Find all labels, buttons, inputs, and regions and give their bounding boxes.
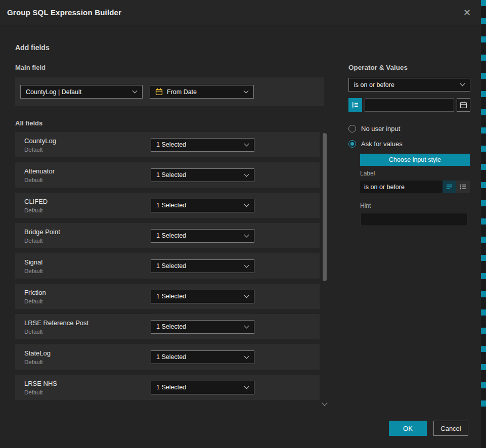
field-selected-dropdown[interactable]: 1 Selected [151, 290, 254, 303]
close-icon: ✕ [463, 8, 471, 18]
field-sublabel: Default [24, 389, 151, 395]
field-sublabel: Default [24, 207, 151, 213]
main-layer-dropdown-value: CountyLog | Default [26, 88, 129, 96]
close-button[interactable]: ✕ [460, 6, 474, 19]
operator-dropdown-value: is on or before [354, 81, 457, 88]
dialog-titlebar: Group SQL Expression Builder ✕ [0, 0, 486, 25]
chevron-down-icon [244, 262, 249, 267]
field-row-bridge-point: Bridge Point Default 1 Selected [15, 223, 320, 248]
cancel-button[interactable]: Cancel [433, 421, 468, 436]
align-lines-icon [446, 183, 453, 191]
window-scrollbar[interactable] [481, 0, 486, 448]
single-line-style-button[interactable] [443, 181, 456, 193]
label-row [360, 181, 470, 193]
vertical-divider [334, 59, 334, 404]
field-selected-dropdown[interactable]: 1 Selected [151, 229, 254, 243]
field-sublabel: Default [24, 329, 151, 335]
operator-values-heading: Operator & Values [348, 64, 470, 71]
radio-unchecked-icon [348, 125, 356, 132]
dialog-body: Add fields Main field CountyLog | Defaul… [0, 43, 486, 405]
field-selected-value: 1 Selected [156, 232, 241, 239]
chevron-down-icon [244, 88, 249, 94]
main-layer-dropdown[interactable]: CountyLog | Default [20, 85, 143, 99]
value-input[interactable] [365, 98, 454, 112]
group-sql-expression-builder-dialog: Group SQL Expression Builder ✕ Add field… [0, 0, 486, 405]
chevron-down-icon [460, 81, 465, 86]
chevron-down-icon [244, 141, 249, 146]
chevron-down-icon [244, 384, 249, 389]
hint-caption: Hint [360, 202, 470, 209]
field-name: Friction [24, 289, 151, 296]
field-row-friction: Friction Default 1 Selected [15, 284, 320, 309]
chevron-down-icon [244, 293, 249, 298]
field-selected-value: 1 Selected [156, 141, 241, 148]
field-selected-dropdown[interactable]: 1 Selected [151, 259, 254, 273]
field-name: StateLog [24, 349, 151, 357]
field-name: CLIFED [24, 198, 151, 205]
main-date-field-dropdown-value: From Date [167, 88, 240, 96]
field-selected-dropdown[interactable]: 1 Selected [151, 350, 254, 364]
field-sublabel: Default [24, 177, 151, 183]
date-picker-button[interactable] [457, 98, 470, 112]
label-caption: Label [360, 170, 470, 177]
field-selected-value: 1 Selected [156, 293, 241, 300]
radio-no-user-input[interactable]: No user input [348, 125, 470, 132]
operator-dropdown[interactable]: is on or before [348, 78, 470, 92]
field-row-clifed: CLIFED Default 1 Selected [15, 193, 320, 218]
columns: Main field CountyLog | Default Fro [15, 52, 486, 405]
field-sublabel: Default [24, 147, 151, 153]
chevron-down-icon [244, 202, 249, 207]
field-selected-dropdown[interactable]: 1 Selected [151, 320, 254, 334]
field-name: Signal [24, 258, 151, 266]
scroll-down-icon[interactable] [322, 400, 327, 406]
main-field-panel: CountyLog | Default From Date [15, 77, 324, 106]
fields-column: Main field CountyLog | Default Fro [15, 52, 324, 405]
radio-ask-for-values-label: Ask for values [361, 140, 403, 148]
field-selected-value: 1 Selected [156, 262, 241, 270]
ok-button[interactable]: OK [389, 421, 427, 436]
scrollbar-thumb[interactable] [323, 133, 327, 281]
chevron-down-icon [244, 323, 249, 328]
field-sublabel: Default [24, 359, 151, 365]
all-fields-label: All fields [15, 119, 324, 127]
list-scrollbar[interactable] [322, 133, 328, 406]
operator-values-panel: Operator & Values is on or before [348, 52, 470, 226]
field-row-attenuator: Attenuator Default 1 Selected [15, 162, 320, 188]
values-list-icon [351, 101, 359, 109]
radio-ask-for-values[interactable]: Ask for values [348, 140, 470, 148]
hint-input[interactable] [360, 213, 467, 226]
dialog-footer: OK Cancel [389, 421, 468, 436]
main-date-field-dropdown[interactable]: From Date [150, 85, 254, 99]
add-fields-heading: Add fields [15, 43, 486, 52]
field-selected-value: 1 Selected [156, 171, 241, 178]
field-selected-dropdown[interactable]: 1 Selected [151, 381, 254, 394]
field-row-countylog: CountyLog Default 1 Selected [15, 132, 320, 157]
all-fields-list: CountyLog Default 1 Selected Attenuator … [15, 132, 320, 400]
field-name: LRSE NHS [24, 380, 151, 387]
field-selected-value: 1 Selected [156, 323, 241, 330]
field-selected-dropdown[interactable]: 1 Selected [151, 138, 254, 152]
field-row-lrse-reference-post: LRSE Reference Post Default 1 Selected [15, 314, 320, 339]
field-row-lrse-nhs: LRSE NHS Default 1 Selected [15, 375, 320, 400]
field-name: CountyLog [24, 137, 151, 145]
field-sublabel: Default [24, 298, 151, 304]
field-selected-dropdown[interactable]: 1 Selected [151, 168, 254, 182]
bulleted-list-icon [459, 183, 467, 191]
field-selected-dropdown[interactable]: 1 Selected [151, 199, 254, 212]
set-values-button[interactable] [348, 98, 362, 112]
radio-no-user-input-label: No user input [361, 125, 400, 132]
field-name: Attenuator [24, 167, 151, 175]
chevron-down-icon [132, 88, 138, 94]
value-row [348, 98, 470, 112]
ask-for-values-options: Choose input style Label [360, 148, 470, 226]
choose-input-style-button[interactable]: Choose input style [360, 154, 470, 166]
calendar-icon [460, 101, 467, 109]
label-input[interactable] [360, 181, 443, 193]
main-field-label: Main field [15, 64, 324, 71]
field-selected-value: 1 Selected [156, 353, 241, 361]
field-name: LRSE Reference Post [24, 319, 151, 327]
list-style-button[interactable] [456, 181, 470, 193]
chevron-down-icon [244, 171, 249, 176]
field-selected-value: 1 Selected [156, 384, 241, 391]
field-sublabel: Default [24, 268, 151, 274]
